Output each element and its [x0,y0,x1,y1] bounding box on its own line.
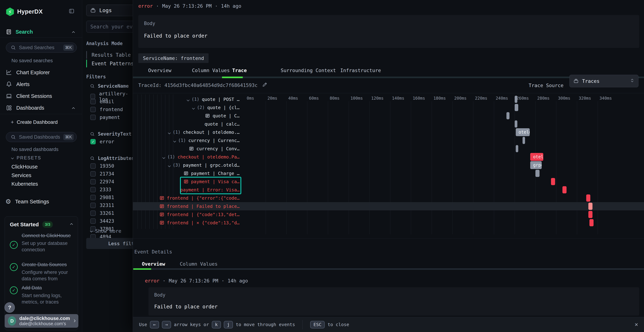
edit-pencil-icon[interactable] [262,82,268,88]
sidebar-item-team-settings[interactable]: ⚙ Team Settings [0,196,82,207]
span-bar[interactable] [586,194,590,202]
close-icon[interactable]: ✕ [635,322,638,327]
span-bar[interactable] [515,104,518,111]
filter-option-34423[interactable]: 34423 [90,218,114,224]
span-row[interactable]: (1)checkout | oteldemo.Pa… [133,153,240,161]
chevron-up-icon[interactable] [70,223,72,226]
event-search-input[interactable]: Search your events [86,21,133,32]
get-started-item[interactable]: ✓Add DataStart sending logs, metrics, or… [10,284,74,305]
event-details-tab-overview[interactable]: Overview [142,261,165,267]
chevron-down-icon[interactable] [163,154,165,160]
service-name-chip[interactable]: ServiceName: frontend [138,53,208,63]
span-row[interactable]: payment | Charge … [133,169,240,178]
span-row[interactable]: (2)quote | {cl… [133,104,240,112]
filter-option-email[interactable]: email [90,99,114,104]
get-started-item[interactable]: ✓Connect to ClickHouseSet up your databa… [10,232,74,253]
event-details-tab-column-values[interactable]: Column Values [180,261,218,267]
chevron-down-icon[interactable] [174,138,176,143]
span-bar[interactable] [506,112,510,119]
checkbox[interactable] [90,203,96,208]
span-row[interactable]: quote | calc… [133,120,240,128]
span-bar-chip[interactable]: grpc.o [530,161,542,169]
span-bar[interactable] [522,137,525,144]
filter-option-33261[interactable]: 33261 [90,210,114,216]
span-bar[interactable] [515,120,517,128]
show-more-button[interactable]: Show more [90,228,121,234]
search-icon[interactable] [90,84,95,88]
filter-option-error[interactable]: ✓error [90,139,114,144]
span-bar[interactable] [515,96,517,103]
span-bar[interactable] [588,211,592,218]
span-row[interactable]: quote | C… [133,112,240,120]
tab-column-values[interactable]: Column Values [192,68,230,73]
create-dashboard-button[interactable]: + Create Dashboard [11,119,58,125]
checkbox[interactable] [90,210,96,216]
span-row[interactable]: frontend | {"code":13,"det… [133,210,240,218]
saved-searches-input[interactable]: Saved Searches ⌘K [6,42,77,52]
tab-overview[interactable]: Overview [148,68,172,73]
filter-option-payment[interactable]: payment [90,114,120,120]
span-row[interactable]: (1)quote | POST … [133,95,240,104]
trace-source-select[interactable]: Traces [570,75,638,87]
span-bar[interactable] [588,203,592,210]
chevron-down-icon[interactable] [168,162,170,168]
search-icon[interactable] [90,156,95,161]
sidebar-item-client-sessions[interactable]: Client Sessions [0,91,82,101]
chevron-down-icon[interactable] [187,97,189,102]
tab-trace[interactable]: Trace [232,68,247,73]
sidebar-item-dashboards[interactable]: Dashboards [0,103,82,113]
span-row[interactable]: frontend | × {"code":13,"d… [133,218,240,227]
checkbox[interactable] [90,115,96,120]
filter-option-32311[interactable]: 32311 [90,202,114,208]
get-started-item[interactable]: ✓Create Data SourcesConfigure where your… [10,261,74,282]
span-row[interactable]: currency | Conv… [133,144,240,153]
span-bar[interactable] [536,170,540,177]
span-bar[interactable] [562,186,566,193]
filter-option-19350[interactable]: 19350 [90,163,114,169]
span-row[interactable]: (3)payment | grpc.oteld… [133,161,240,169]
checkbox[interactable]: ✓ [90,139,96,144]
source-select-button[interactable]: Logs [86,5,133,16]
user-menu[interactable]: D dale@clickhouse.com dale@clickhouse.co… [5,314,78,328]
filter-option-21734[interactable]: 21734 [90,171,114,176]
tab-surrounding-context[interactable]: Surrounding Context [281,68,336,73]
filter-option-frontend[interactable]: frontend [90,106,123,112]
sidebar-item-kubernetes[interactable]: Kubernetes [12,181,38,187]
presets-header[interactable]: PRESETS [12,155,41,160]
chevron-down-icon[interactable] [192,105,194,110]
checkbox[interactable] [90,218,96,224]
span-bar-chip[interactable]: oteldem [516,128,530,136]
checkbox[interactable] [90,195,96,200]
checkbox[interactable] [90,179,96,184]
span-row[interactable]: frontend | {"error":{"code… [133,194,240,202]
analysis-mode-event-patterns[interactable]: Event Patterns [86,60,133,68]
chevron-down-icon[interactable] [168,130,170,135]
checkbox[interactable] [90,107,96,112]
search-icon[interactable] [90,132,95,136]
less-filters-button[interactable]: Less filters [86,238,133,249]
checkbox[interactable] [90,187,96,192]
tab-infrastructure[interactable]: Infrastructure [340,68,381,73]
span-bar[interactable] [551,178,555,185]
sidebar-item-clickhouse[interactable]: ClickHouse [12,164,38,170]
sidebar-item-alerts[interactable]: Alerts [0,79,82,90]
analysis-mode-results-table[interactable]: Results Table [86,51,133,59]
collapse-sidebar-icon[interactable] [69,8,74,15]
filter-option-2333[interactable]: 2333 [90,187,111,192]
span-row[interactable]: frontend | Failed to place… [133,202,240,210]
chevron-up-icon[interactable] [72,105,74,111]
filter-option-29081[interactable]: 29081 [90,194,114,200]
help-button[interactable]: ? [4,302,15,313]
saved-dashboards-input[interactable]: Saved Dashboards ⌘K [6,132,77,142]
span-bar[interactable] [516,145,518,152]
checkbox[interactable] [90,99,96,104]
span-bar-chip[interactable]: oteldem [530,153,543,161]
sidebar-item-search[interactable]: Search [0,27,82,37]
filter-option-22974[interactable]: 22974 [90,179,114,184]
checkbox[interactable] [90,163,96,169]
checkbox[interactable] [90,94,95,99]
sidebar-item-services[interactable]: Services [12,172,31,178]
span-row[interactable]: (1)currency | Currenc… [133,136,240,144]
span-row[interactable]: (1)checkout | oteldemo.… [133,128,240,136]
checkbox[interactable] [90,171,96,176]
